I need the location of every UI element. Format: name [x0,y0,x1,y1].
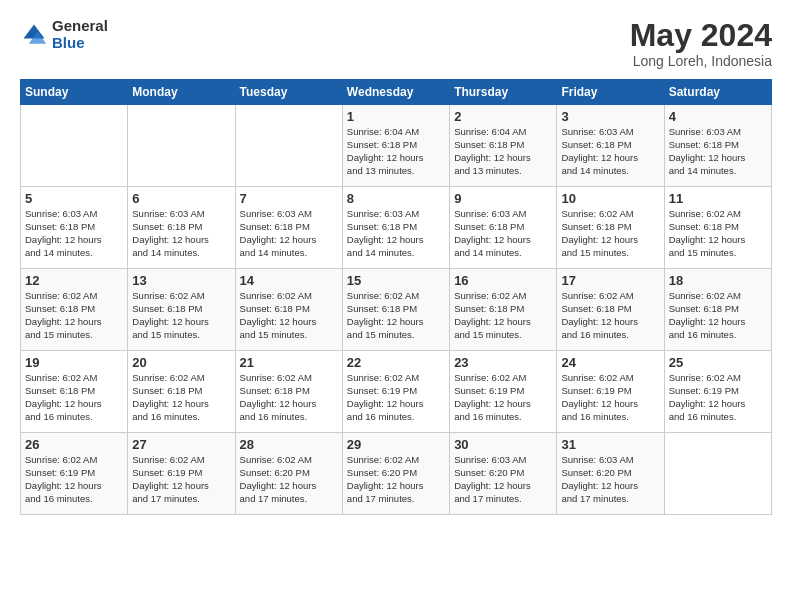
day-number: 5 [25,191,123,206]
calendar-cell: 19Sunrise: 6:02 AM Sunset: 6:18 PM Dayli… [21,351,128,433]
calendar-cell: 17Sunrise: 6:02 AM Sunset: 6:18 PM Dayli… [557,269,664,351]
calendar-cell: 8Sunrise: 6:03 AM Sunset: 6:18 PM Daylig… [342,187,449,269]
day-info: Sunrise: 6:02 AM Sunset: 6:18 PM Dayligh… [25,372,123,423]
day-number: 6 [132,191,230,206]
calendar-cell: 6Sunrise: 6:03 AM Sunset: 6:18 PM Daylig… [128,187,235,269]
day-number: 18 [669,273,767,288]
day-number: 12 [25,273,123,288]
day-number: 20 [132,355,230,370]
day-number: 27 [132,437,230,452]
calendar-cell: 18Sunrise: 6:02 AM Sunset: 6:18 PM Dayli… [664,269,771,351]
logo-text: General Blue [52,18,108,51]
day-info: Sunrise: 6:02 AM Sunset: 6:19 PM Dayligh… [561,372,659,423]
week-row-0: 1Sunrise: 6:04 AM Sunset: 6:18 PM Daylig… [21,105,772,187]
main-title: May 2024 [630,18,772,53]
calendar-cell: 28Sunrise: 6:02 AM Sunset: 6:20 PM Dayli… [235,433,342,515]
day-info: Sunrise: 6:02 AM Sunset: 6:18 PM Dayligh… [240,290,338,341]
calendar-cell: 22Sunrise: 6:02 AM Sunset: 6:19 PM Dayli… [342,351,449,433]
calendar-cell: 12Sunrise: 6:02 AM Sunset: 6:18 PM Dayli… [21,269,128,351]
day-info: Sunrise: 6:02 AM Sunset: 6:19 PM Dayligh… [132,454,230,505]
day-number: 1 [347,109,445,124]
day-info: Sunrise: 6:03 AM Sunset: 6:18 PM Dayligh… [347,208,445,259]
day-number: 9 [454,191,552,206]
day-number: 10 [561,191,659,206]
calendar-cell: 4Sunrise: 6:03 AM Sunset: 6:18 PM Daylig… [664,105,771,187]
day-info: Sunrise: 6:04 AM Sunset: 6:18 PM Dayligh… [347,126,445,177]
calendar-cell: 27Sunrise: 6:02 AM Sunset: 6:19 PM Dayli… [128,433,235,515]
calendar-cell: 5Sunrise: 6:03 AM Sunset: 6:18 PM Daylig… [21,187,128,269]
calendar-cell: 21Sunrise: 6:02 AM Sunset: 6:18 PM Dayli… [235,351,342,433]
calendar-cell [128,105,235,187]
day-info: Sunrise: 6:04 AM Sunset: 6:18 PM Dayligh… [454,126,552,177]
header: General Blue May 2024 Long Loreh, Indone… [20,18,772,69]
page: General Blue May 2024 Long Loreh, Indone… [0,0,792,612]
day-header-wednesday: Wednesday [342,80,449,105]
calendar-cell: 23Sunrise: 6:02 AM Sunset: 6:19 PM Dayli… [450,351,557,433]
calendar-cell: 31Sunrise: 6:03 AM Sunset: 6:20 PM Dayli… [557,433,664,515]
day-number: 4 [669,109,767,124]
day-number: 8 [347,191,445,206]
header-row: SundayMondayTuesdayWednesdayThursdayFrid… [21,80,772,105]
day-info: Sunrise: 6:03 AM Sunset: 6:18 PM Dayligh… [669,126,767,177]
day-header-thursday: Thursday [450,80,557,105]
logo-icon [20,21,48,49]
calendar-cell: 26Sunrise: 6:02 AM Sunset: 6:19 PM Dayli… [21,433,128,515]
day-info: Sunrise: 6:03 AM Sunset: 6:18 PM Dayligh… [132,208,230,259]
day-info: Sunrise: 6:02 AM Sunset: 6:20 PM Dayligh… [240,454,338,505]
day-number: 29 [347,437,445,452]
calendar-cell: 25Sunrise: 6:02 AM Sunset: 6:19 PM Dayli… [664,351,771,433]
day-info: Sunrise: 6:02 AM Sunset: 6:18 PM Dayligh… [25,290,123,341]
day-header-friday: Friday [557,80,664,105]
day-info: Sunrise: 6:03 AM Sunset: 6:20 PM Dayligh… [454,454,552,505]
day-info: Sunrise: 6:02 AM Sunset: 6:19 PM Dayligh… [347,372,445,423]
day-info: Sunrise: 6:03 AM Sunset: 6:20 PM Dayligh… [561,454,659,505]
day-number: 13 [132,273,230,288]
calendar-cell: 24Sunrise: 6:02 AM Sunset: 6:19 PM Dayli… [557,351,664,433]
calendar-table: SundayMondayTuesdayWednesdayThursdayFrid… [20,79,772,515]
day-info: Sunrise: 6:02 AM Sunset: 6:18 PM Dayligh… [669,290,767,341]
day-info: Sunrise: 6:02 AM Sunset: 6:19 PM Dayligh… [25,454,123,505]
day-info: Sunrise: 6:02 AM Sunset: 6:18 PM Dayligh… [240,372,338,423]
calendar-cell: 10Sunrise: 6:02 AM Sunset: 6:18 PM Dayli… [557,187,664,269]
day-number: 19 [25,355,123,370]
day-number: 25 [669,355,767,370]
week-row-1: 5Sunrise: 6:03 AM Sunset: 6:18 PM Daylig… [21,187,772,269]
day-info: Sunrise: 6:02 AM Sunset: 6:18 PM Dayligh… [132,290,230,341]
day-number: 22 [347,355,445,370]
calendar-cell: 14Sunrise: 6:02 AM Sunset: 6:18 PM Dayli… [235,269,342,351]
day-info: Sunrise: 6:03 AM Sunset: 6:18 PM Dayligh… [454,208,552,259]
logo: General Blue [20,18,108,51]
calendar-cell: 2Sunrise: 6:04 AM Sunset: 6:18 PM Daylig… [450,105,557,187]
day-number: 15 [347,273,445,288]
day-number: 31 [561,437,659,452]
day-number: 2 [454,109,552,124]
day-number: 23 [454,355,552,370]
day-header-monday: Monday [128,80,235,105]
calendar-cell: 13Sunrise: 6:02 AM Sunset: 6:18 PM Dayli… [128,269,235,351]
day-info: Sunrise: 6:02 AM Sunset: 6:19 PM Dayligh… [454,372,552,423]
day-info: Sunrise: 6:02 AM Sunset: 6:18 PM Dayligh… [669,208,767,259]
logo-blue: Blue [52,35,108,52]
calendar-cell: 29Sunrise: 6:02 AM Sunset: 6:20 PM Dayli… [342,433,449,515]
day-number: 3 [561,109,659,124]
day-number: 28 [240,437,338,452]
day-number: 30 [454,437,552,452]
day-info: Sunrise: 6:02 AM Sunset: 6:19 PM Dayligh… [669,372,767,423]
day-number: 14 [240,273,338,288]
day-info: Sunrise: 6:03 AM Sunset: 6:18 PM Dayligh… [25,208,123,259]
day-info: Sunrise: 6:02 AM Sunset: 6:18 PM Dayligh… [454,290,552,341]
calendar-cell: 16Sunrise: 6:02 AM Sunset: 6:18 PM Dayli… [450,269,557,351]
day-number: 17 [561,273,659,288]
calendar-cell: 9Sunrise: 6:03 AM Sunset: 6:18 PM Daylig… [450,187,557,269]
calendar-cell: 30Sunrise: 6:03 AM Sunset: 6:20 PM Dayli… [450,433,557,515]
day-header-tuesday: Tuesday [235,80,342,105]
day-info: Sunrise: 6:02 AM Sunset: 6:20 PM Dayligh… [347,454,445,505]
calendar-cell: 7Sunrise: 6:03 AM Sunset: 6:18 PM Daylig… [235,187,342,269]
calendar-cell: 15Sunrise: 6:02 AM Sunset: 6:18 PM Dayli… [342,269,449,351]
day-number: 7 [240,191,338,206]
calendar-cell: 3Sunrise: 6:03 AM Sunset: 6:18 PM Daylig… [557,105,664,187]
subtitle: Long Loreh, Indonesia [630,53,772,69]
day-number: 11 [669,191,767,206]
day-number: 21 [240,355,338,370]
day-number: 26 [25,437,123,452]
